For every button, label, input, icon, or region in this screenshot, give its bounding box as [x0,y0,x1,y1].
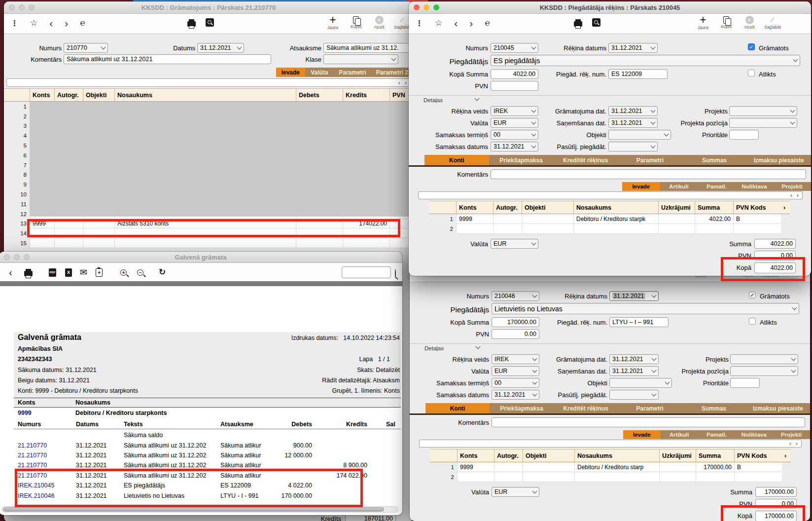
numurs-combo[interactable]: 210770 [64,43,108,53]
scroll-left-icon[interactable]: ‹ [398,80,400,85]
columns-scroll-icon[interactable]: › [781,201,790,214]
table-row[interactable]: 14 [4,228,413,238]
valuta-combo[interactable]: EUR [491,118,538,128]
print-icon[interactable] [24,271,33,276]
valuta-combo[interactable]: EUR [492,366,539,376]
document-search-icon[interactable] [206,18,214,27]
subtab-artikuli[interactable]: Artikuli [660,182,698,191]
piegadatajs-combo[interactable]: ES piegādātājs [491,55,800,66]
sanemsanas-dat-combo[interactable]: 31.12.2021 [608,118,658,128]
subtab-pamatl[interactable]: Pamatl. [698,182,736,191]
gramatots-checkbox[interactable]: ✓ [748,43,755,50]
pvn-field[interactable]: 0.00 [492,329,539,339]
document-link[interactable]: IREK.210045 [14,482,76,489]
zoom-window-icon[interactable] [433,4,439,10]
numurs-combo[interactable]: 210046 [492,291,539,301]
minimize-icon[interactable] [424,4,429,10]
minimize-icon[interactable] [19,4,25,10]
document-link[interactable]: 21.210770 [14,462,76,469]
subtab-projekti[interactable]: Projekti [773,182,811,191]
subtab-noliktava[interactable]: Noliktava [735,430,773,439]
projekta-pozicija-combo[interactable] [730,366,798,376]
tab-kreditet-rekinus[interactable]: Kreditēt rēķinus [553,155,618,165]
subtab-projekti[interactable]: Projekti [773,430,810,439]
scroll-right-icon[interactable]: › [796,441,798,446]
zoom-in-icon[interactable]: + [120,269,127,276]
pasutij-piegadat-combo[interactable] [608,142,658,151]
excel-export-icon[interactable]: X [65,268,72,277]
sanemsanas-dat-combo[interactable]: 31.12.2021 [609,366,659,376]
tab-izmaksu-piesaiste[interactable]: Izmaksu piesaiste [746,403,810,413]
scrollbar-thumb[interactable] [3,507,384,512]
kopa-summa-field[interactable]: 170000.00 [492,317,539,327]
titlebar[interactable]: KKSDD : Grāmatojums : Pārskats 21.210770 [4,1,413,14]
table-row[interactable]: 139999Aizstāts 5310 konts174022.00 [4,219,413,229]
samaksas-datums-combo[interactable]: 31.12.2021 [492,390,539,400]
titlebar[interactable]: KKSDD : Piegādātāja rēķins : Pārskats 21… [409,1,811,14]
detalas-chevron-icon[interactable] [476,344,481,349]
tab-valuta[interactable]: Valūta [305,68,334,77]
table-row[interactable]: 2 [429,224,781,234]
matrix-entry-row[interactable]: ‹ › [6,78,411,87]
copy-button[interactable]: Kopēt [715,15,737,30]
subtab-artikuli[interactable]: Artikuli [661,430,698,439]
table-row[interactable]: 15 [4,238,413,248]
star-icon[interactable]: ☆ [435,18,442,28]
scroll-right-icon[interactable]: › [797,193,799,198]
tab-konti[interactable]: Konti [424,155,489,165]
forward-icon[interactable]: › [469,19,473,28]
scroll-left-icon[interactable]: ‹ [790,193,792,198]
new-button[interactable]: +Jauns [322,15,344,30]
back-icon[interactable]: ‹ [454,19,458,28]
document-link[interactable]: 21.210770 [14,442,76,449]
atlikts-checkbox[interactable] [749,318,756,325]
back-icon[interactable]: ‹ [49,19,53,28]
rekina-veids-combo[interactable]: IREK [491,106,538,116]
scroll-left-icon[interactable]: ‹ [789,441,791,446]
komentars-input[interactable] [492,417,805,427]
mail-icon[interactable]: ✉ [80,268,87,277]
link-icon[interactable]: ℮ [485,18,490,28]
prioritate-field[interactable] [730,378,760,388]
tab-prieksapmaksa[interactable]: Priekšapmaksa [489,155,554,165]
atsauksme-input[interactable]: Sākuma atlikumi uz 31.12. [323,43,413,53]
tab-konti[interactable]: Konti [425,403,490,413]
samaksas-termins-combo[interactable]: 00 [492,378,539,388]
close-icon[interactable] [414,4,420,10]
document-link[interactable]: 21.210770 [14,452,76,459]
table-row[interactable]: 1 9999 Debitoru / Kreditoru starp 170000… [430,462,782,472]
close-icon[interactable] [9,4,15,10]
account-code-link[interactable]: 9999 [18,409,32,416]
projekts-combo[interactable] [730,354,798,364]
forward-icon[interactable]: › [65,19,68,28]
tab-parametri[interactable]: Parametri [334,68,371,77]
footer-valuta-combo[interactable]: EUR [492,487,539,497]
komentars-input[interactable]: Sākuma atlikumi uz 31.12.2021 [64,54,271,64]
gramatots-checkbox[interactable]: ✓ [749,292,756,298]
link-icon[interactable]: ℮ [80,18,85,28]
zoom-out-icon[interactable]: − [137,269,143,276]
clipboard-icon[interactable]: + [96,268,103,277]
document-link[interactable]: IREK.210046 [14,492,76,499]
menu-kebab-icon[interactable]: ⋮ [416,18,423,28]
document-link[interactable]: 21.210770 [14,472,76,479]
klase-combo[interactable] [323,54,398,64]
zoom-window-icon[interactable] [24,254,30,260]
document-search-icon[interactable] [592,18,600,27]
komentars-input[interactable] [491,169,806,179]
datums-combo[interactable]: 31.12.2021 [197,43,244,53]
gramatojuma-dat-combo[interactable]: 31.12.2021 [609,354,659,364]
rekina-datums-combo[interactable]: 31.12.2021 [609,291,659,301]
new-button[interactable]: +Jauns [692,15,714,30]
projekts-combo[interactable] [729,106,797,116]
samaksas-termins-combo[interactable]: 00 [491,130,538,140]
print-icon[interactable] [187,21,196,27]
star-icon[interactable]: ☆ [30,18,37,28]
rekina-datums-combo[interactable]: 31.12.2021 [608,43,658,53]
save-button[interactable]: ✓Saglabāt [762,15,783,30]
search-icon[interactable] [395,269,396,278]
detalas-chevron-icon[interactable] [475,96,480,101]
minimize-icon[interactable] [14,254,20,260]
tab-parametri[interactable]: Parametri [618,155,682,165]
numurs-combo[interactable]: 210045 [491,43,538,53]
